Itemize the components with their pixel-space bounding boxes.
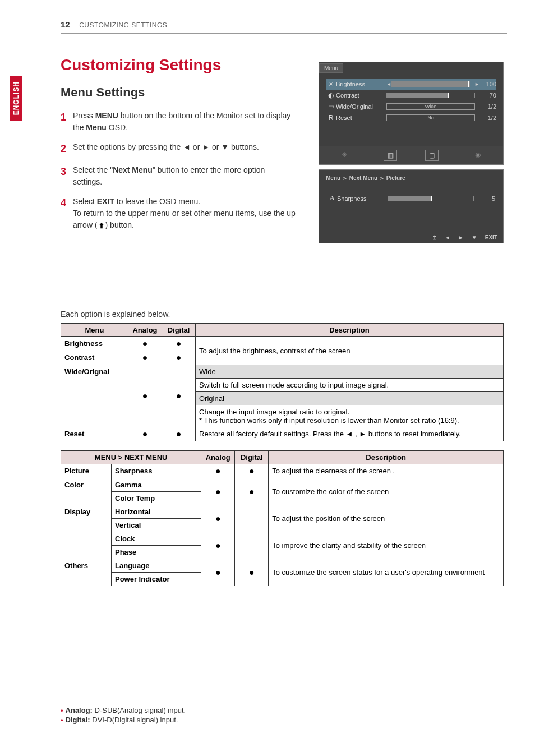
footnote-analog: •Analog: D-SUB(Analog signal) input. (61, 706, 186, 714)
osd-main-menu: Menu ☀ Brightness ◄ ► 100 ◐ Contrast 70 (319, 62, 504, 165)
step-3: 3 Select the "Next Menu" button to enter… (61, 164, 296, 188)
osd-row-reset: R Reset No 1/2 (326, 112, 496, 123)
language-tab: ENGLISH (10, 76, 22, 121)
aspect-icon: ▭ (326, 103, 336, 110)
menu-table: Menu Analog Digital Description Brightne… (61, 323, 504, 441)
down-icon: ▼ (472, 234, 477, 241)
table-row: Reset ● ● Restore all factory default se… (61, 427, 504, 441)
osd-row-wide: ▭ Wide/Original Wide 1/2 (326, 101, 496, 112)
page-header: 12 CUSTOMIZING SETTINGS (61, 20, 507, 34)
osd-cat-others-icon: ◉ (467, 150, 489, 161)
up-arrow-icon (98, 222, 105, 229)
steps-list: 1 Press MENU button on the bottom of the… (61, 110, 296, 231)
reset-icon: R (326, 114, 336, 122)
osd-row-brightness: ☀ Brightness ◄ ► 100 (326, 79, 496, 90)
page-number: 12 (61, 20, 70, 29)
osd-submenu: Menu ＞ Next Menu ＞ Picture A Sharpness 5… (319, 169, 504, 243)
osd-cat-brightness-icon: ☀ (333, 150, 356, 161)
up-icon: ↥ (432, 234, 437, 241)
osd-preview: Menu ☀ Brightness ◄ ► 100 ◐ Contrast 70 (319, 62, 504, 248)
osd-cat-display-icon: ▢ (425, 150, 439, 161)
footnote-digital: •Digital: DVI-D(Digital signal) input. (61, 716, 186, 724)
footnotes: •Analog: D-SUB(Analog signal) input. •Di… (61, 706, 186, 725)
brightness-icon: ☀ (326, 80, 336, 88)
osd-breadcrumb: Menu ＞ Next Menu ＞ Picture (319, 170, 503, 187)
table-row: Brightness ● ● To adjust the brightness,… (61, 337, 504, 351)
table-row: Wide/Orignal ● ● Wide (61, 365, 504, 379)
left-icon: ◄ (445, 234, 450, 241)
sharpness-icon: A (327, 194, 337, 202)
table-row: Others Language ● ● To customize the scr… (61, 559, 504, 573)
osd-category-tabs: ☀ ▥ ▢ ◉ (319, 146, 503, 164)
header-title: CUSTOMIZING SETTINGS (79, 21, 167, 29)
exit-label: EXIT (485, 234, 497, 241)
step-2: 2 Set the options by pressing the ◄ or ►… (61, 141, 296, 156)
right-icon: ► (458, 234, 464, 241)
step-4: 4 Select EXIT to leave the OSD menu. To … (61, 196, 296, 231)
table-intro: Each option is explained below. (61, 310, 504, 319)
submenu-table: MENU > NEXT MENU Analog Digital Descript… (61, 450, 504, 586)
osd-row-contrast: ◐ Contrast 70 (326, 90, 496, 101)
osd-row-sharpness: A Sharpness 5 (327, 192, 495, 204)
table-row: Color Gamma ● ● To customize the color o… (61, 478, 504, 492)
table-row: Display Horizontal ● To adjust the posit… (61, 505, 504, 519)
table-row: Picture Sharpness ● ● To adjust the clea… (61, 464, 504, 478)
table-row: Clock ● To improve the clarity and stabi… (61, 532, 504, 546)
contrast-icon: ◐ (326, 91, 336, 99)
step-1: 1 Press MENU button on the bottom of the… (61, 110, 296, 133)
osd-footer-controls: ↥ ◄ ► ▼ EXIT (319, 232, 503, 243)
osd-cat-color-icon: ▥ (384, 150, 397, 161)
osd-tab-label: Menu (319, 63, 343, 73)
